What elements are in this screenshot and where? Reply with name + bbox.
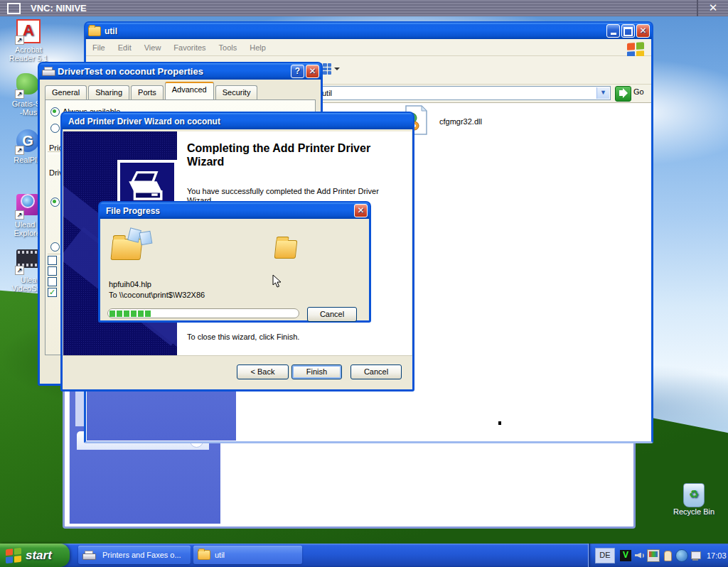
help-button[interactable]: ? <box>291 65 304 78</box>
vnc-system-menu-icon[interactable] <box>7 3 21 14</box>
vnc-titlebar[interactable]: VNC: NINIVE ✕ <box>0 0 728 16</box>
vnc-title: VNC: NINIVE <box>31 3 87 14</box>
taskbar: start Printers and Faxes o... util DE V … <box>0 544 728 567</box>
radio-spool-documents[interactable] <box>50 198 60 207</box>
dialog-title: File Progress <box>106 206 160 216</box>
tab-strip: General Sharing Ports Advanced Security <box>45 84 316 99</box>
wizard-button-row: < Back Finish Cancel <box>63 355 412 389</box>
checkbox-print-spooled-first[interactable] <box>48 266 57 276</box>
dialog-title: DriverTest on coconut Properties <box>58 66 203 77</box>
desktop-icon-recycle-bin[interactable]: ♻ Recycle Bin <box>667 483 721 516</box>
start-label: start <box>26 549 52 563</box>
wizard-hint-text: To close this wizard, click Finish. <box>187 333 407 341</box>
shortcut-arrow-icon: ↗ <box>15 36 24 45</box>
close-button[interactable]: ✕ <box>636 24 650 38</box>
file-progress-body: hpfuih04.hlp To \\coconut\print$\W32X86 … <box>100 219 369 318</box>
text-cursor-artifact <box>498 421 501 425</box>
go-label: Go <box>633 87 644 96</box>
radio-always-available[interactable] <box>50 107 60 117</box>
checkbox-hold-mismatched[interactable] <box>48 256 57 265</box>
menu-bar: File Edit View Favorites Tools Help <box>86 39 651 56</box>
display-settings-icon[interactable] <box>647 549 660 562</box>
windows-flag-icon <box>6 547 21 563</box>
dialog-titlebar[interactable]: DriverTest on coconut Properties ? ✕ <box>39 63 321 80</box>
copying-file-name: hpfuih04.hlp <box>109 280 151 288</box>
start-button[interactable]: start <box>0 544 70 567</box>
minimize-button[interactable] <box>606 24 620 38</box>
destination-folder-icon <box>274 240 298 259</box>
checkbox-keep-printed[interactable] <box>48 277 57 286</box>
taskbar-item-label: util <box>215 551 225 559</box>
tab-ports[interactable]: Ports <box>131 85 164 99</box>
desktop-icon-label: Acrobat <box>1 45 55 54</box>
folder-icon <box>88 26 101 36</box>
folder-icon <box>198 550 210 560</box>
menu-edit[interactable]: Edit <box>118 43 132 52</box>
radio-print-directly[interactable] <box>50 242 60 252</box>
address-dropdown-button[interactable]: ▼ <box>596 87 609 99</box>
file-item-label: cfgmgr32.dll <box>439 117 482 126</box>
window-titlebar[interactable]: util ✕ <box>85 23 652 39</box>
cancel-button[interactable]: Cancel <box>350 364 402 379</box>
tab-advanced[interactable]: Advanced <box>165 82 214 99</box>
address-value: util <box>322 89 332 97</box>
dialog-title: Add Printer Driver Wizard on coconut <box>68 117 220 126</box>
menu-favorites[interactable]: Favorites <box>173 43 205 52</box>
tab-security[interactable]: Security <box>215 85 258 99</box>
menu-file[interactable]: File <box>92 43 105 52</box>
taskbar-item-printers[interactable]: Printers and Faxes o... <box>78 546 191 564</box>
copy-destination-path: To \\coconut\print$\W32X86 <box>109 291 205 299</box>
cancel-button[interactable]: Cancel <box>307 307 357 322</box>
dialog-titlebar[interactable]: Add Printer Driver Wizard on coconut <box>62 113 413 129</box>
close-button[interactable]: ✕ <box>306 65 319 78</box>
vnc-close-button[interactable]: ✕ <box>704 1 722 15</box>
checkbox-advanced-features[interactable]: ✓ <box>48 288 57 297</box>
progress-segments <box>109 310 151 317</box>
globe-tray-icon[interactable] <box>675 549 688 562</box>
system-tray: DE V 17:03 <box>588 544 728 567</box>
divider <box>697 0 698 16</box>
shortcut-arrow-icon: ↗ <box>15 266 24 275</box>
monitor-tray-icon[interactable] <box>690 550 702 561</box>
mouse-cursor <box>272 274 282 288</box>
progress-bar <box>107 308 299 318</box>
address-input[interactable]: util ▼ <box>318 86 611 100</box>
close-button[interactable]: ✕ <box>354 204 368 217</box>
recycle-bin-icon: ♻ <box>683 483 705 507</box>
file-progress-dialog[interactable]: File Progress ✕ hpfuih04.hlp To \\coconu… <box>98 201 371 323</box>
printer-icon <box>82 551 95 560</box>
back-button[interactable]: < Back <box>237 364 289 379</box>
radio-available-from[interactable] <box>50 124 60 133</box>
file-item-cfgmgr32[interactable]: cfgmgr32.dll <box>403 105 510 136</box>
shortcut-arrow-icon: ↗ <box>15 146 24 155</box>
clock: 17:03 <box>707 551 727 560</box>
finish-button[interactable]: Finish <box>291 364 342 379</box>
go-button[interactable] <box>615 86 631 102</box>
hand-tray-icon[interactable] <box>662 550 673 561</box>
menu-help[interactable]: Help <box>250 43 266 52</box>
menu-tools[interactable]: Tools <box>219 43 237 52</box>
menu-view[interactable]: View <box>144 43 161 52</box>
language-indicator[interactable]: DE <box>595 548 615 563</box>
tab-general[interactable]: General <box>45 85 87 99</box>
taskbar-item-util[interactable]: util <box>193 546 302 564</box>
vnc-tray-icon[interactable]: V <box>620 550 631 561</box>
window-title: util <box>105 26 117 36</box>
wizard-heading: Completing the Add Printer Driver Wizard <box>187 141 400 168</box>
volume-icon[interactable] <box>633 550 645 561</box>
maximize-button[interactable] <box>621 24 635 38</box>
desktop-icon-label: Recycle Bin <box>667 507 721 516</box>
desktop-icon-acrobat-reader[interactable]: A ↗ Acrobat Reader 5.1 <box>1 19 55 63</box>
shortcut-arrow-icon: ↗ <box>15 210 24 220</box>
dialog-titlebar[interactable]: File Progress ✕ <box>100 202 370 219</box>
taskbar-item-label: Printers and Faxes o... <box>102 551 181 559</box>
dropdown-arrow-icon <box>334 68 340 70</box>
flying-file-icon <box>139 231 153 246</box>
printer-icon <box>42 67 54 76</box>
tab-sharing[interactable]: Sharing <box>88 85 129 99</box>
shortcut-arrow-icon: ↗ <box>15 90 24 99</box>
